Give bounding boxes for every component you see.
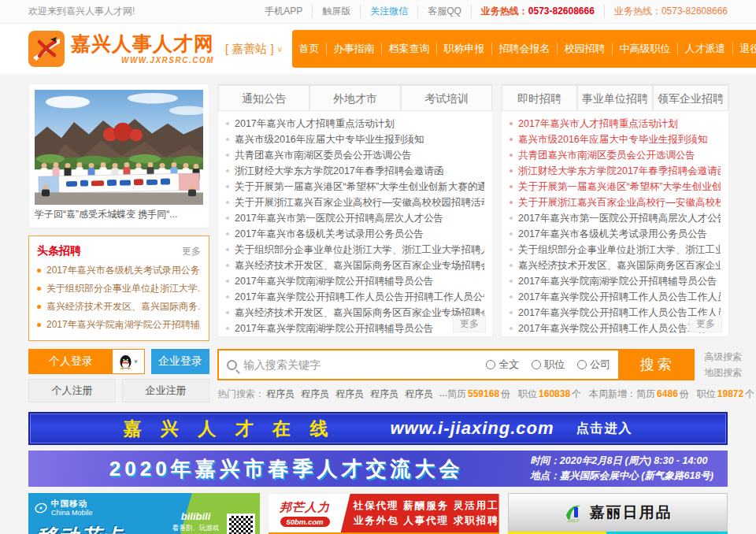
qq-login-dropdown[interactable]: ▾ [113, 350, 144, 373]
job-item[interactable]: 嘉兴经济技术开发区、嘉兴国际商务区百家企业专... [510, 258, 721, 273]
notices-tab[interactable]: 外地才市 [309, 84, 401, 111]
jiaxing-talent-online-banner[interactable]: 嘉 兴 人 才 在 线 www.i-jiaxing.com 点击进入 [28, 412, 728, 445]
station-label: [ 嘉善站 ] [225, 42, 274, 57]
job-item[interactable]: 嘉兴市级2016年应届大中专毕业生报到须知 [510, 132, 721, 147]
spring-job-fair-banner[interactable]: 2020年嘉兴市春季人才交流大会 时间：2020年2月8日 (周六) 8:30 … [28, 451, 728, 487]
notices-tab[interactable]: 通知公告 [218, 84, 309, 111]
notice-item[interactable]: 2017年嘉兴市人才招聘重点活动计划 [226, 116, 484, 132]
nav-item[interactable]: 职称申报 [436, 43, 491, 55]
job-item[interactable]: 关于开展第一届嘉兴港区“希望杯”大学生创业创... [510, 179, 721, 195]
notice-item[interactable]: 关于开展浙江嘉兴百家企业高校行—安徽高校校园招聘活动的通... [226, 195, 484, 210]
notice-item[interactable]: 关于组织部分企事业单位赴浙江大学、浙江工业大学招聘人才的... [226, 242, 484, 258]
chevron-down-icon: ∨ [277, 45, 283, 54]
notice-item[interactable]: 共青团嘉兴市南湖区委员会公开选调公告 [226, 147, 484, 163]
nav-item[interactable]: 档案查询 [381, 43, 436, 55]
main-content: 学子回“嘉”感受禾城蝶变 携手同“... 头条招聘 更多 2017年嘉兴市各级机… [0, 74, 756, 341]
hot-search-label: 热门搜索： [217, 388, 265, 401]
topbar-link[interactable]: 客服QQ [418, 5, 472, 18]
topbar-link[interactable]: 触屏版 [313, 5, 361, 18]
headline-more-link[interactable]: 更多 [182, 245, 201, 258]
headline-item[interactable]: 嘉兴经济技术开发区、嘉兴国际商务... [37, 298, 201, 316]
notice-item[interactable]: 2017年嘉兴市第一医院公开招聘高层次人才公告 [226, 210, 484, 226]
map-search-link[interactable]: 地图搜索 [704, 366, 754, 380]
scope-fulltext-radio[interactable]: 全文 [486, 358, 519, 372]
bangmang-hr-ad[interactable]: 邦芒人力 50bm.com 社保代理 薪酬服务 灵活用工 业务外包 人事代理 求… [268, 493, 499, 534]
search-input[interactable] [243, 358, 473, 371]
search-button[interactable]: 搜索 [620, 349, 695, 380]
jaly-logo-text: JALY [567, 518, 579, 523]
notice-item[interactable]: 嘉兴市级2016年应届大中专毕业生报到须知 [226, 132, 484, 147]
jialy-ad[interactable]: JALY 嘉丽日用品 [508, 493, 728, 534]
nav-item[interactable]: 首页 [292, 43, 326, 55]
job-item[interactable]: 关于开展浙江嘉兴百家企业高校行—安徽高校校园... [510, 195, 721, 210]
topbar-links: 手机APP触屏版关注微信客服QQ 业务热线：0573-82608666 业务热线… [255, 5, 728, 18]
notice-item[interactable]: 2017年嘉兴学院公开招聘工作人员公告开招聘工作人员公告开... [226, 289, 484, 305]
notice-item[interactable]: 2017年嘉兴学院南湖学院公开招聘辅导员公告 [226, 321, 484, 336]
login-search-row: 个人登录 ▾ 企业登录 [0, 341, 756, 402]
notice-item[interactable]: 关于开展第一届嘉兴港区“希望杯”大学生创业创新大赛的通知 [226, 179, 484, 195]
china-mobile-icon [35, 502, 47, 514]
job-item[interactable]: 2017年嘉兴学院公开招聘工作人员公告工作人员... [510, 289, 721, 305]
job-item[interactable]: 2017年嘉兴市各级机关考试录用公务员公告 [510, 226, 721, 242]
scope-company-radio[interactable]: 公司 [577, 358, 610, 372]
notice-item[interactable]: 嘉兴经济技术开发区、嘉兴国际商务区百家企业专场招聘会公告 [226, 305, 484, 321]
headline-item[interactable]: 关于组织部分企事业单位赴浙江大学... [37, 280, 201, 298]
job-item[interactable]: 关于组织部分企事业单位赴浙江大学、浙江工业大... [510, 242, 721, 258]
china-mobile-logo: 中国移动China Mobile [35, 499, 93, 517]
topbar-link[interactable]: 手机APP [255, 5, 313, 18]
notice-item[interactable]: 嘉兴经济技术开发区、嘉兴国际商务区百家企业专场招聘会公告 [226, 258, 484, 273]
hot-search-item[interactable]: 程序员 [405, 388, 433, 401]
headline-item[interactable]: 2017年嘉兴学院南湖学院公开招聘辅... [37, 316, 201, 334]
china-mobile-ad[interactable]: 中国移动China Mobile 移动花卡 bilibili 看番剧、玩游戏 季… [28, 493, 260, 534]
hot-search-item[interactable]: 程序员 [335, 388, 364, 401]
banner2-time: 时间：2020年2月8日 (周六) 8:30 - 14:00 [530, 454, 713, 469]
mobile-card-headline: 移动花卡 [36, 523, 124, 534]
bilibili-block: bilibili 看番剧、玩游戏 季度会员 [172, 510, 220, 534]
notices-panel: 通知公告外地才市考试培训 2017年嘉兴市人才招聘重点活动计划嘉兴市级2016年… [217, 83, 493, 337]
nav-item[interactable]: 招聘会报名 [491, 43, 557, 55]
job-item[interactable]: 浙江财经大学东方学院2017年春季招聘会邀请函 [510, 163, 721, 179]
bilibili-logo: bilibili [172, 510, 220, 522]
scope-position-radio[interactable]: 职位 [532, 358, 565, 372]
company-register-button[interactable]: 企业注册 [122, 379, 209, 402]
station-selector[interactable]: [ 嘉善站 ] ∨ [225, 42, 283, 57]
jobs-more-link[interactable]: 更多 [689, 316, 722, 332]
radio-icon[interactable] [577, 360, 587, 369]
advanced-search-link[interactable]: 高级搜索 [704, 350, 754, 364]
hot-search-item[interactable]: 程序员 [266, 388, 295, 401]
notices-tab[interactable]: 考试培训 [401, 84, 492, 111]
headline-item[interactable]: 2017年嘉兴市各级机关考试录用公务... [37, 261, 201, 280]
nav-item[interactable]: 办事指南 [326, 43, 381, 55]
qr-code [227, 514, 255, 534]
nav-item[interactable]: 人才派遣 [677, 43, 732, 55]
job-item[interactable]: 2017年嘉兴市第一医院公开招聘高层次人才公告 [510, 210, 721, 226]
photo-card[interactable]: 学子回“嘉”感受禾城蝶变 携手同“... [28, 83, 209, 228]
banner1-cta: 点击进入 [576, 421, 633, 437]
job-item[interactable]: 2017年嘉兴学院南湖学院公开招聘辅导员公告 [510, 273, 721, 289]
jobs-panel: 即时招聘事业单位招聘领军企业招聘 2017年嘉兴市人才招聘重点活动计划嘉兴市级2… [501, 83, 729, 337]
hot-search-item[interactable]: 程序员 [370, 388, 398, 401]
notice-item[interactable]: 2017年嘉兴市各级机关考试录用公务员公告 [226, 226, 484, 242]
notices-more-link[interactable]: 更多 [453, 316, 486, 332]
job-item[interactable]: 2017年嘉兴市人才招聘重点活动计划 [510, 116, 721, 132]
hot-search-item[interactable]: 程序员 [301, 388, 329, 401]
personal-register-button[interactable]: 个人注册 [28, 379, 116, 402]
jobs-tab[interactable]: 事业单位招聘 [577, 84, 653, 111]
radio-icon[interactable] [486, 360, 495, 369]
nav-item[interactable]: 中高级职位 [612, 43, 677, 55]
company-login-button[interactable]: 企业登录 [151, 349, 209, 374]
jobs-tab[interactable]: 即时招聘 [502, 84, 577, 111]
notice-item[interactable]: 2017年嘉兴学院南湖学院公开招聘辅导员公告 [226, 273, 484, 289]
radio-icon[interactable] [532, 360, 541, 369]
hot-search-item[interactable]: ... [439, 388, 447, 401]
nav-item[interactable]: 校园招聘 [557, 43, 612, 55]
personal-login-button[interactable]: 个人登录 [29, 350, 113, 373]
nav-item[interactable]: 退役军人招聘 [732, 43, 756, 55]
job-item[interactable]: 共青团嘉兴市南湖区委员会公开选调公告 [510, 147, 721, 163]
page: 欢迎来到嘉兴人事人才网! 手机APP触屏版关注微信客服QQ 业务热线：0573-… [0, 0, 756, 534]
headline-recruit-box: 头条招聘 更多 2017年嘉兴市各级机关考试录用公务...关于组织部分企事业单位… [28, 235, 209, 341]
jobs-tab[interactable]: 领军企业招聘 [653, 84, 728, 111]
stat-item: 职位19872个 [697, 388, 754, 401]
notice-item[interactable]: 浙江财经大学东方学院2017年春季招聘会邀请函 [226, 163, 484, 179]
topbar-link[interactable]: 关注微信 [361, 5, 418, 18]
